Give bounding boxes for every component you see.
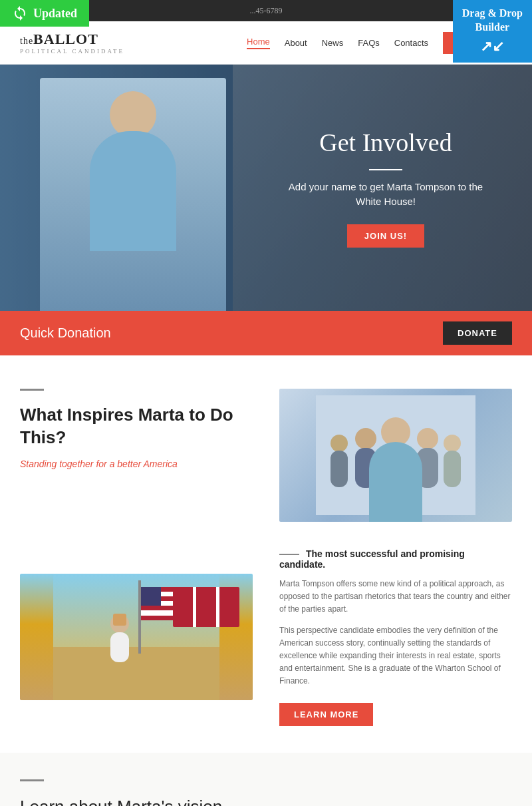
nav-faqs[interactable]: FAQs xyxy=(358,38,380,48)
vision-title: Learn about Marta's vision and the issue… xyxy=(20,795,512,807)
svg-rect-10 xyxy=(444,451,461,487)
svg-rect-8 xyxy=(331,451,348,487)
content-right: 👍 xyxy=(279,389,512,522)
section-subtitle: Standing together for a better America xyxy=(20,459,253,469)
drag-drop-badge: Drag & Drop Builder ↗↙ xyxy=(453,0,532,63)
hero-person-image xyxy=(40,78,226,311)
svg-point-3 xyxy=(355,428,376,449)
svg-rect-6 xyxy=(417,448,438,488)
svg-point-5 xyxy=(417,428,438,449)
content-grid: What Inspires Marta to Do This? Standing… xyxy=(20,389,512,522)
candidate-desc1: Marta Tompson offers some new kind of a … xyxy=(279,578,512,616)
dnd-line2: Builder xyxy=(475,21,510,33)
hero-divider xyxy=(369,169,402,170)
svg-rect-18 xyxy=(140,587,161,606)
svg-rect-19 xyxy=(138,580,141,654)
hero-title: Get Involved xyxy=(279,128,492,158)
svg-rect-2 xyxy=(381,445,410,492)
updated-label: Updated xyxy=(33,7,77,21)
content-left: What Inspires Marta to Do This? Standing… xyxy=(20,389,253,469)
vision-section: Learn about Marta's vision and the issue… xyxy=(0,753,532,807)
phone-number: ...45-6789 xyxy=(250,6,283,16)
team-photo: 👍 xyxy=(279,389,512,522)
logo-main: BALLOT xyxy=(33,31,98,47)
logo-text: theBALLOT xyxy=(20,31,124,48)
learn-more-button[interactable]: LEARN MORE xyxy=(279,703,373,726)
hero-section: Get Involved Add your name to get Marta … xyxy=(0,65,532,311)
nav-about[interactable]: About xyxy=(285,38,307,48)
team-svg: 👍 xyxy=(316,395,475,515)
nav-home[interactable]: Home xyxy=(247,37,270,49)
flag-photo xyxy=(20,574,253,700)
text-content: The most successful and promising candid… xyxy=(279,548,512,726)
updated-badge: Updated xyxy=(0,0,89,27)
svg-rect-13 xyxy=(53,647,219,700)
logo-the: the xyxy=(20,36,33,46)
arrows-icon: ↗↙ xyxy=(462,37,523,57)
nav-contacts[interactable]: Contacts xyxy=(394,38,428,48)
candidate-desc2: This perspective candidate embodies the … xyxy=(279,624,512,688)
hero-subtitle: Add your name to get Marta Tompson to th… xyxy=(279,180,492,210)
section-divider-line xyxy=(20,389,44,391)
logo-sub: POLITICAL CANDIDATE xyxy=(20,48,124,55)
svg-rect-17 xyxy=(140,610,193,616)
candidate-label: The most successful and promising candid… xyxy=(279,548,512,570)
sync-icon xyxy=(12,5,28,21)
donation-donate-button[interactable]: DONATE xyxy=(443,321,512,345)
section-title: What Inspires Marta to Do This? xyxy=(20,404,253,449)
donation-title: Quick Donation xyxy=(20,325,111,341)
hero-content: Get Involved Add your name to get Marta … xyxy=(279,128,492,248)
donation-bar: Quick Donation DONATE xyxy=(0,311,532,355)
svg-text:👍: 👍 xyxy=(388,491,403,505)
svg-rect-21 xyxy=(110,632,129,662)
nav-news[interactable]: News xyxy=(322,38,344,48)
svg-rect-4 xyxy=(355,448,376,488)
dnd-line1: Drag & Drop xyxy=(462,7,523,19)
content-section: What Inspires Marta to Do This? Standing… xyxy=(0,355,532,548)
svg-point-9 xyxy=(444,435,461,452)
logo: theBALLOT POLITICAL CANDIDATE xyxy=(20,31,124,55)
svg-point-7 xyxy=(331,435,348,452)
content-grid2: The most successful and promising candid… xyxy=(20,548,512,726)
vision-divider xyxy=(20,779,44,781)
content-section2: The most successful and promising candid… xyxy=(0,548,532,753)
flag-svg xyxy=(20,574,253,700)
svg-point-1 xyxy=(381,417,410,447)
svg-rect-22 xyxy=(113,614,126,626)
join-us-button[interactable]: JOIN US! xyxy=(347,224,424,248)
